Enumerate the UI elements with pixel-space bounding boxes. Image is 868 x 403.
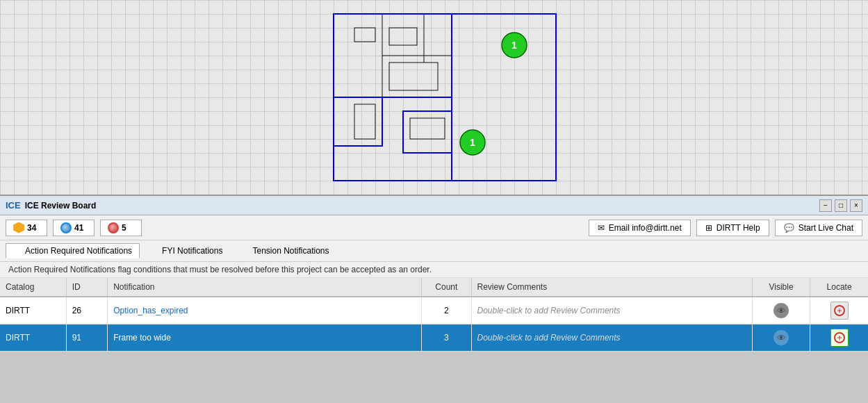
cell-count: 2 xyxy=(422,297,471,324)
cell-review[interactable]: Double-click to add Review Comments xyxy=(471,324,752,352)
panel-title: ICE Review Board xyxy=(25,201,97,211)
shield-icon xyxy=(13,222,24,233)
ice-review-board-panel: ICE ICE Review Board − □ × 34 41 5 ✉ Ema… xyxy=(0,195,868,352)
visible-eye-icon[interactable]: 👁 xyxy=(773,303,789,318)
restore-button[interactable]: □ xyxy=(835,199,847,212)
table-row[interactable]: DIRTT 26 Option_has_expired 2 Double-cli… xyxy=(0,297,868,324)
tension-count: 5 xyxy=(122,223,126,233)
canvas-area: 1 1 xyxy=(0,0,868,195)
svg-rect-7 xyxy=(389,63,438,90)
cell-id: 26 xyxy=(66,297,107,324)
panel-controls: − □ × xyxy=(819,199,862,212)
toolbar: 34 41 5 ✉ Email info@dirtt.net ⊞ DIRTT H… xyxy=(0,215,868,240)
floor-plan: 1 1 xyxy=(327,7,563,188)
cell-notification[interactable]: Option_has_expired xyxy=(108,297,422,324)
help-icon: ⊞ xyxy=(705,223,712,233)
col-header-locate: Locate xyxy=(810,278,868,297)
tab-tension-icon xyxy=(240,247,249,256)
chat-icon: 💬 xyxy=(784,223,794,233)
fyi-count: 41 xyxy=(74,223,83,233)
cell-visible[interactable]: 👁 xyxy=(752,297,810,324)
svg-rect-8 xyxy=(354,104,375,139)
locate-button[interactable] xyxy=(830,329,849,347)
notification-link[interactable]: Frame too wide xyxy=(113,333,171,343)
globe-icon xyxy=(60,222,72,233)
col-header-id: ID xyxy=(66,278,107,297)
tab-fyi-label: FYI Notifications xyxy=(162,246,222,256)
email-button-label: Email info@dirtt.net xyxy=(609,223,682,233)
cell-locate[interactable] xyxy=(810,324,868,352)
tension-count-button[interactable]: 5 xyxy=(100,220,142,236)
col-header-visible: Visible xyxy=(752,278,810,297)
cell-review[interactable]: Double-click to add Review Comments xyxy=(471,297,752,324)
tab-shield-icon xyxy=(13,247,22,256)
action-required-count: 34 xyxy=(27,223,36,233)
col-header-notification: Notification xyxy=(108,278,422,297)
tab-action-required[interactable]: Action Required Notifications xyxy=(6,243,140,258)
svg-text:1: 1 xyxy=(511,40,517,51)
locate-target-icon xyxy=(834,332,845,343)
panel-title-area: ICE ICE Review Board xyxy=(6,200,96,211)
tabs-row: Action Required Notifications FYI Notifi… xyxy=(0,240,868,262)
table-row[interactable]: DIRTT 91 Frame too wide 3 Double-click t… xyxy=(0,324,868,352)
panel-titlebar: ICE ICE Review Board − □ × xyxy=(0,196,868,215)
live-chat-label: Start Live Chat xyxy=(799,223,853,233)
description-bar: Action Required Notifications flag condi… xyxy=(0,262,868,278)
svg-text:1: 1 xyxy=(470,137,475,148)
svg-rect-5 xyxy=(354,28,375,42)
table-header-row: Catalog ID Notification Count Review Com… xyxy=(0,278,868,297)
locate-button[interactable] xyxy=(830,302,849,320)
tension-icon xyxy=(108,222,119,233)
live-chat-button[interactable]: 💬 Start Live Chat xyxy=(775,220,862,236)
action-required-count-button[interactable]: 34 xyxy=(6,220,47,236)
cell-visible[interactable]: 👁 xyxy=(752,324,810,352)
notification-link[interactable]: Option_has_expired xyxy=(113,306,188,315)
cell-catalog: DIRTT xyxy=(0,324,66,352)
svg-rect-9 xyxy=(410,118,445,139)
tab-globe-icon xyxy=(150,247,159,256)
close-button[interactable]: × xyxy=(850,199,862,212)
review-comment[interactable]: Double-click to add Review Comments xyxy=(477,306,621,315)
cell-count: 3 xyxy=(422,324,471,352)
help-button[interactable]: ⊞ DIRTT Help xyxy=(696,220,769,236)
description-text: Action Required Notifications flag condi… xyxy=(8,265,432,274)
tab-tension[interactable]: Tension Notifications xyxy=(233,243,336,258)
email-icon: ✉ xyxy=(598,223,605,233)
locate-target-icon xyxy=(834,305,845,316)
tab-action-required-label: Action Required Notifications xyxy=(25,246,132,256)
cell-id: 91 xyxy=(66,324,107,352)
email-button[interactable]: ✉ Email info@dirtt.net xyxy=(589,220,691,236)
col-header-catalog: Catalog xyxy=(0,278,66,297)
help-button-label: DIRTT Help xyxy=(716,223,760,233)
ice-icon: ICE xyxy=(6,200,21,211)
cell-catalog: DIRTT xyxy=(0,297,66,324)
col-header-count: Count xyxy=(422,278,471,297)
svg-rect-6 xyxy=(389,28,417,45)
fyi-count-button[interactable]: 41 xyxy=(53,220,95,236)
minimize-button[interactable]: − xyxy=(819,199,832,212)
review-comment[interactable]: Double-click to add Review Comments xyxy=(477,333,621,343)
cell-notification[interactable]: Frame too wide xyxy=(108,324,422,352)
col-header-review: Review Comments xyxy=(471,278,752,297)
tab-tension-label: Tension Notifications xyxy=(252,246,329,256)
cell-locate[interactable] xyxy=(810,297,868,324)
tab-fyi[interactable]: FYI Notifications xyxy=(142,243,230,258)
notifications-table: Catalog ID Notification Count Review Com… xyxy=(0,278,868,352)
visible-eye-icon[interactable]: 👁 xyxy=(773,330,789,345)
